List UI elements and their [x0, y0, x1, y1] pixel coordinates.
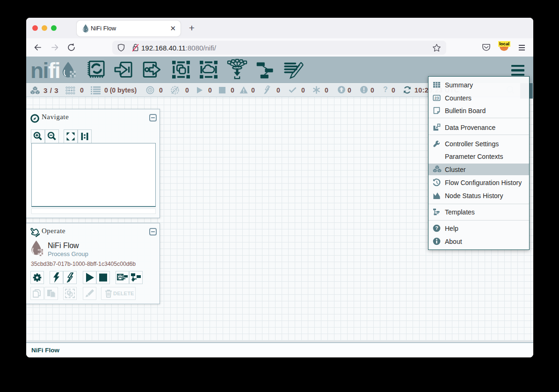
svg-text:?: ? — [435, 226, 438, 231]
svg-text:23: 23 — [435, 95, 439, 100]
